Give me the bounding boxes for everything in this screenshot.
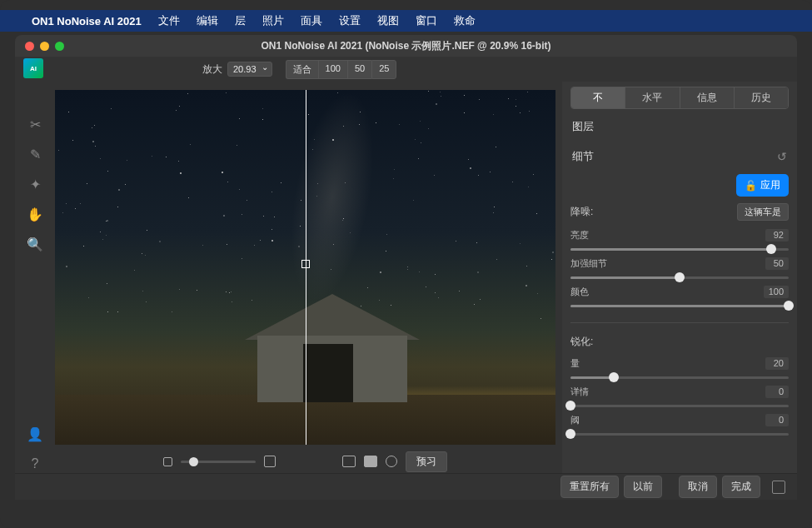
top-toolbar: 放大 20.93 适合 100 50 25 [15, 57, 797, 82]
noise-slider-track-0[interactable] [570, 248, 789, 251]
done-button[interactable]: 完成 [722, 476, 760, 498]
zoom-select[interactable]: 20.93 [227, 62, 272, 77]
canvas-bottom-tools: 预习 [55, 450, 555, 473]
window-titlebar: ON1 NoNoise AI 2021 (NoNoise 示例照片.NEF @ … [15, 35, 797, 57]
sharpen-slider-0: 量 20 [570, 356, 789, 379]
noise-slider-label-2: 颜色 [570, 286, 589, 298]
left-toolbar: ✂ ✎ ✦ ✋ 🔍 👤 ? [15, 82, 55, 473]
app-logo-icon: AI [23, 58, 43, 78]
zoom-tool-icon[interactable]: 🔍 [26, 235, 44, 253]
sharpen-slider-1: 详情 0 [570, 384, 789, 407]
reset-all-button[interactable]: 重置所有 [560, 476, 619, 498]
window-title: ON1 NoNoise AI 2021 (NoNoise 示例照片.NEF @ … [15, 39, 797, 53]
noise-slider-value-0: 92 [765, 229, 789, 242]
tab-nav[interactable]: 不 [571, 87, 625, 108]
cancel-button[interactable]: 取消 [679, 476, 717, 498]
apply-button[interactable]: 🔓 应用 [736, 174, 789, 197]
retouch-tool-icon[interactable]: ✦ [26, 175, 44, 193]
layers-section-header[interactable]: 图层 [570, 114, 789, 139]
tab-info[interactable]: 信息 [680, 87, 735, 108]
image-canvas[interactable] [55, 90, 555, 445]
compare-split-handle[interactable] [301, 260, 310, 268]
noise-slider-track-1[interactable] [570, 276, 789, 279]
zoom-label: 放大 [202, 62, 222, 77]
noise-slider-2: 颜色 100 [570, 284, 789, 307]
sharpen-slider-track-0[interactable] [570, 376, 789, 379]
sharpen-slider-track-2[interactable] [570, 433, 789, 436]
size-small-icon[interactable] [163, 457, 172, 466]
panel-tabs: 不 水平 信息 历史 [570, 87, 789, 109]
tab-level[interactable]: 水平 [625, 87, 680, 108]
menu-file[interactable]: 文件 [158, 13, 180, 28]
fullscreen-icon[interactable] [772, 481, 785, 494]
zoom-25-button[interactable]: 25 [371, 60, 396, 79]
sharpen-slider-value-0: 20 [765, 357, 789, 370]
view-mask-icon[interactable] [386, 456, 397, 467]
view-single-icon[interactable] [342, 456, 356, 467]
sharpen-slider-value-2: 0 [765, 414, 789, 426]
zoom-fit-button[interactable]: 适合 [286, 60, 318, 79]
noise-slider-track-2[interactable] [570, 305, 789, 307]
app-menu[interactable]: ON1 NoNoise AI 2021 [32, 15, 142, 27]
sharpen-slider-2: 阈 0 [570, 412, 789, 436]
menu-layer[interactable]: 层 [235, 13, 246, 28]
menu-view[interactable]: 视图 [377, 13, 399, 28]
noise-slider-label-0: 亮度 [570, 229, 589, 242]
crop-tool-icon[interactable]: ✂ [26, 115, 44, 133]
zoom-presets: 适合 100 50 25 [286, 60, 397, 79]
noise-slider-0: 亮度 92 [570, 227, 789, 251]
noise-label: 降噪: [570, 205, 593, 219]
zoom-50-button[interactable]: 50 [347, 60, 371, 79]
detail-section-header[interactable]: 细节 ↺ [570, 144, 789, 169]
menu-help[interactable]: 救命 [454, 13, 476, 28]
sharpen-slider-track-1[interactable] [570, 405, 789, 407]
noise-slider-1: 加强细节 50 [570, 256, 789, 279]
sharpen-slider-value-1: 0 [765, 386, 789, 398]
tab-history[interactable]: 历史 [735, 87, 788, 108]
menu-settings[interactable]: 设置 [339, 13, 361, 28]
noise-preset-button[interactable]: 这辆车是 [737, 203, 789, 221]
view-compare-icon[interactable] [364, 456, 377, 467]
help-icon[interactable]: ? [26, 455, 44, 473]
sharpen-slider-label-2: 阈 [570, 414, 580, 426]
menu-mask[interactable]: 面具 [301, 13, 322, 28]
macos-menubar: ON1 NoNoise AI 2021 文件 编辑 层 照片 面具 设置 视图 … [0, 10, 812, 32]
user-icon[interactable]: 👤 [26, 425, 44, 443]
sharpen-label: 锐化: [570, 335, 593, 349]
right-panel: 不 水平 信息 历史 图层 细节 ↺ 🔓 [562, 82, 797, 473]
size-large-icon[interactable] [264, 456, 276, 467]
menu-edit[interactable]: 编辑 [197, 13, 218, 28]
menu-window[interactable]: 窗口 [416, 13, 437, 28]
menu-photo[interactable]: 照片 [262, 13, 284, 28]
preview-button[interactable]: 预习 [406, 451, 447, 472]
lock-icon: 🔓 [745, 180, 757, 192]
sharpen-slider-label-0: 量 [570, 357, 580, 370]
noise-slider-label-1: 加强细节 [570, 257, 607, 270]
noise-slider-value-1: 50 [765, 257, 789, 270]
before-button[interactable]: 以前 [624, 476, 662, 498]
zoom-100-button[interactable]: 100 [318, 60, 347, 79]
noise-slider-value-2: 100 [764, 286, 789, 298]
brush-tool-icon[interactable]: ✎ [26, 145, 44, 163]
hand-tool-icon[interactable]: ✋ [26, 205, 44, 223]
preview-size-slider[interactable] [181, 461, 256, 463]
sharpen-slider-label-1: 详情 [570, 386, 589, 398]
reset-detail-icon[interactable]: ↺ [777, 150, 787, 163]
bottom-bar: 重置所有 以前 取消 完成 [15, 473, 797, 500]
